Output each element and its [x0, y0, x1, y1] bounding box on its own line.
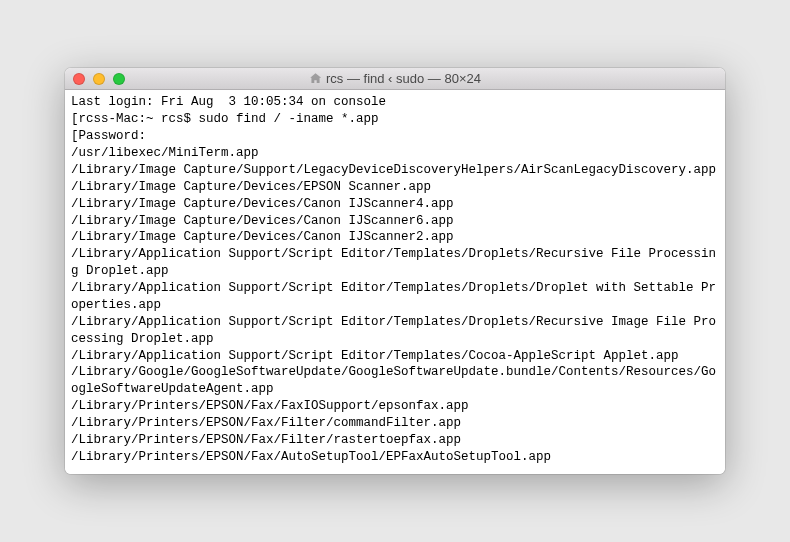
maximize-button[interactable] — [113, 73, 125, 85]
minimize-button[interactable] — [93, 73, 105, 85]
close-button[interactable] — [73, 73, 85, 85]
window-title: rcs — find ‹ sudo — 80×24 — [326, 71, 481, 86]
terminal-line: /Library/Image Capture/Devices/EPSON Sca… — [71, 179, 719, 196]
terminal-line: /Library/Image Capture/Devices/Canon IJS… — [71, 229, 719, 246]
terminal-line: /Library/Application Support/Script Edit… — [71, 314, 719, 348]
terminal-line: /Library/Application Support/Script Edit… — [71, 348, 719, 365]
terminal-line: /Library/Image Capture/Devices/Canon IJS… — [71, 213, 719, 230]
terminal-window: rcs — find ‹ sudo — 80×24 Last login: Fr… — [65, 68, 725, 473]
terminal-line: /Library/Printers/EPSON/Fax/AutoSetupToo… — [71, 449, 719, 466]
terminal-line: /Library/Application Support/Script Edit… — [71, 246, 719, 280]
terminal-line: /usr/libexec/MiniTerm.app — [71, 145, 719, 162]
terminal-content[interactable]: Last login: Fri Aug 3 10:05:34 on consol… — [65, 90, 725, 473]
terminal-line: /Library/Google/GoogleSoftwareUpdate/Goo… — [71, 364, 719, 398]
terminal-line: [Password: — [71, 128, 719, 145]
traffic-lights — [73, 73, 125, 85]
home-icon — [309, 72, 322, 85]
terminal-line: /Library/Printers/EPSON/Fax/Filter/raste… — [71, 432, 719, 449]
terminal-line: Last login: Fri Aug 3 10:05:34 on consol… — [71, 94, 719, 111]
titlebar[interactable]: rcs — find ‹ sudo — 80×24 — [65, 68, 725, 90]
terminal-line: /Library/Printers/EPSON/Fax/Filter/comma… — [71, 415, 719, 432]
terminal-line: /Library/Application Support/Script Edit… — [71, 280, 719, 314]
title-container: rcs — find ‹ sudo — 80×24 — [65, 71, 725, 86]
terminal-line: [rcss-Mac:~ rcs$ sudo find / -iname *.ap… — [71, 111, 719, 128]
terminal-line: /Library/Image Capture/Devices/Canon IJS… — [71, 196, 719, 213]
terminal-line: /Library/Image Capture/Support/LegacyDev… — [71, 162, 719, 179]
terminal-line: /Library/Printers/EPSON/Fax/FaxIOSupport… — [71, 398, 719, 415]
